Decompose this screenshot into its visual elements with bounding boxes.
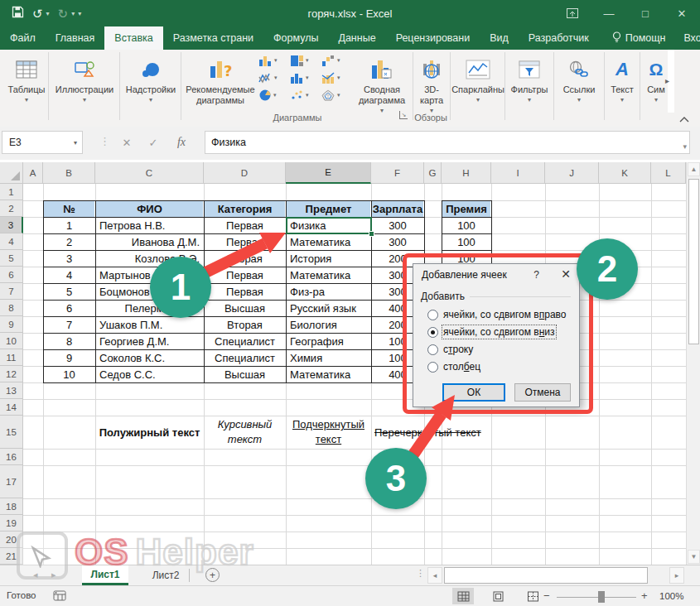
column-header-L[interactable]: L xyxy=(651,162,686,184)
cell-E12[interactable]: Математика xyxy=(287,367,370,382)
cell-E6[interactable]: Математика xyxy=(287,267,370,283)
cell-B6[interactable]: 4 xyxy=(44,267,94,283)
scroll-down-icon[interactable]: ▼ xyxy=(688,550,700,564)
cell-D9[interactable]: Вторая xyxy=(205,317,285,333)
cell-E10[interactable]: География xyxy=(287,334,370,349)
cell-C15[interactable]: Полужирный текст xyxy=(96,416,203,448)
row-header-11[interactable]: 11 xyxy=(0,349,23,366)
row-header-15[interactable]: 15 xyxy=(0,416,23,449)
column-header-A[interactable]: A xyxy=(23,162,43,184)
cell-B4[interactable]: 2 xyxy=(44,234,94,250)
zoom-out-icon[interactable]: − xyxy=(543,589,550,602)
cell-E11[interactable]: Химия xyxy=(287,350,370,366)
cell-B10[interactable]: 8 xyxy=(44,334,94,349)
column-header-J[interactable]: J xyxy=(545,162,599,184)
column-header-D[interactable]: D xyxy=(204,162,286,184)
cell-D3[interactable]: Первая xyxy=(205,218,285,233)
row-header-12[interactable]: 12 xyxy=(0,366,23,382)
scroll-right-icon[interactable]: ▸ xyxy=(669,567,684,584)
cell-B7[interactable]: 5 xyxy=(44,284,94,300)
cell-C3[interactable]: Петрова Н.В. xyxy=(96,218,203,233)
header-cell-F2[interactable]: Зарплата xyxy=(372,201,423,217)
cell-B8[interactable]: 6 xyxy=(44,301,94,316)
row-header-5[interactable]: 5 xyxy=(0,250,23,267)
cell-D15[interactable]: Курсивный текст xyxy=(205,416,285,448)
cell-H4[interactable]: 100 xyxy=(442,234,490,250)
cell-D6[interactable]: Первая xyxy=(205,267,285,283)
row-header-14[interactable]: 14 xyxy=(0,399,23,416)
cell-D8[interactable]: Высшая xyxy=(205,301,285,316)
cell-B3[interactable]: 1 xyxy=(44,218,94,233)
cell-C11[interactable]: Соколов К.С. xyxy=(96,350,203,366)
cell-E8[interactable]: Русский язык xyxy=(287,301,370,316)
row-header-13[interactable]: 13 xyxy=(0,382,23,399)
scroll-up-icon[interactable]: ▲ xyxy=(688,162,700,176)
column-header-I[interactable]: I xyxy=(491,162,545,184)
cell-B11[interactable]: 9 xyxy=(44,350,94,366)
row-header-21[interactable]: 21 xyxy=(0,548,23,565)
header-cell-D2[interactable]: Категория xyxy=(205,201,285,217)
header-cell-C2[interactable]: ФИО xyxy=(96,201,203,217)
normal-view-icon[interactable] xyxy=(452,588,474,604)
cell-D11[interactable]: Специалист xyxy=(205,350,285,366)
new-sheet-icon[interactable]: + xyxy=(205,568,220,582)
header-cell-B2[interactable]: № xyxy=(44,201,94,217)
cell-E4[interactable]: Математика xyxy=(287,234,370,250)
scrollbar-resize-handle[interactable]: ⋮ xyxy=(416,568,425,579)
cell-E15[interactable]: Подчеркнутый текст xyxy=(287,416,370,448)
row-header-4[interactable]: 4 xyxy=(0,233,23,250)
cell-B9[interactable]: 7 xyxy=(44,317,94,333)
cell-B12[interactable]: 10 xyxy=(44,367,94,382)
cell-D5[interactable]: Вторая xyxy=(205,251,285,267)
cell-F3[interactable]: 300 xyxy=(372,218,423,233)
column-header-E[interactable]: E xyxy=(286,162,371,184)
vertical-scrollbar[interactable]: ▲ ▼ xyxy=(686,162,700,565)
column-header-B[interactable]: B xyxy=(43,162,95,184)
cell-F4[interactable]: 300 xyxy=(372,234,423,250)
row-header-6[interactable]: 6 xyxy=(0,267,23,283)
column-header-K[interactable]: K xyxy=(599,162,651,184)
fill-handle[interactable] xyxy=(369,231,374,237)
column-header-F[interactable]: F xyxy=(371,162,424,184)
row-header-7[interactable]: 7 xyxy=(0,283,23,300)
vertical-scroll-thumb[interactable] xyxy=(688,179,699,344)
cell-C10[interactable]: Георгиев Д.М. xyxy=(96,334,203,349)
row-header-16[interactable]: 16 xyxy=(0,449,23,465)
row-header-18[interactable]: 18 xyxy=(0,498,23,515)
cell-D4[interactable]: Первая xyxy=(205,234,285,250)
page-layout-view-icon[interactable] xyxy=(487,588,509,604)
zoom-slider-thumb[interactable] xyxy=(598,591,605,603)
cell-F15[interactable]: Перечеркнутый текст xyxy=(374,416,481,449)
column-header-C[interactable]: C xyxy=(95,162,204,184)
cell-H3[interactable]: 100 xyxy=(442,218,490,233)
row-header-19[interactable]: 19 xyxy=(0,515,23,531)
cell-D7[interactable]: Первая xyxy=(205,284,285,300)
row-header-8[interactable]: 8 xyxy=(0,300,23,316)
column-header-G[interactable]: G xyxy=(424,162,442,184)
cell-D10[interactable]: Специалист xyxy=(205,334,285,349)
zoom-level[interactable]: 100% xyxy=(659,591,683,601)
cell-E9[interactable]: Биология xyxy=(287,317,370,333)
row-header-9[interactable]: 9 xyxy=(0,316,23,333)
row-header-1[interactable]: 1 xyxy=(0,184,23,200)
row-header-17[interactable]: 17 xyxy=(0,465,23,498)
cell-D12[interactable]: Высшая xyxy=(205,367,285,382)
cell-E5[interactable]: История xyxy=(287,251,370,267)
prev-sheet-icon[interactable]: ◂ xyxy=(33,570,38,580)
scroll-left-icon[interactable]: ◂ xyxy=(427,567,442,584)
sheet-tab-list1[interactable]: Лист1 xyxy=(82,565,128,585)
column-header-H[interactable]: H xyxy=(442,162,491,184)
cell-C9[interactable]: Ушаков П.М. xyxy=(96,317,203,333)
cell-C4[interactable]: Иванова Д.М. xyxy=(96,234,203,250)
row-header-20[interactable]: 20 xyxy=(0,531,23,548)
cell-E7[interactable]: Физ-ра xyxy=(287,284,370,300)
zoom-slider-track[interactable] xyxy=(557,597,636,598)
row-header-2[interactable]: 2 xyxy=(0,200,23,217)
next-sheet-icon[interactable]: ▸ xyxy=(51,570,56,580)
page-break-view-icon[interactable] xyxy=(522,588,543,604)
header-cell-H2[interactable]: Премия xyxy=(442,201,490,217)
row-header-10[interactable]: 10 xyxy=(0,333,23,349)
zoom-in-icon[interactable]: + xyxy=(641,589,648,602)
horizontal-scroll-thumb[interactable] xyxy=(444,567,648,584)
record-macro-icon[interactable] xyxy=(53,590,66,603)
